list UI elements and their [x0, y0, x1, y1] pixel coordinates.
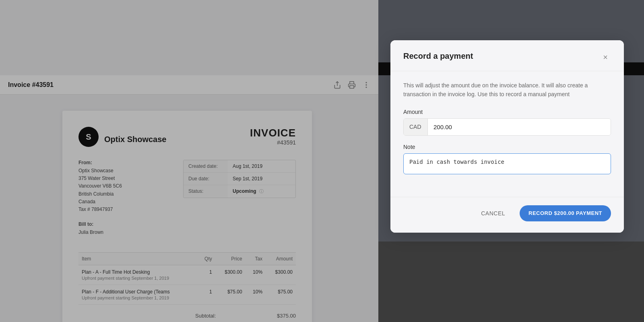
- modal-footer: CANCEL RECORD $200.00 PAYMENT: [390, 197, 624, 233]
- amount-field: CAD: [403, 118, 611, 136]
- note-input[interactable]: [403, 153, 611, 174]
- note-label: Note: [403, 144, 611, 150]
- modal-body: This will adjust the amount due on the i…: [390, 71, 624, 197]
- cancel-button[interactable]: CANCEL: [471, 205, 515, 221]
- modal-title: Record a payment: [403, 52, 473, 61]
- amount-label: Amount: [403, 109, 611, 115]
- record-payment-button[interactable]: RECORD $200.00 PAYMENT: [520, 205, 611, 221]
- modal-description: This will adjust the amount due on the i…: [403, 81, 611, 99]
- amount-input[interactable]: [428, 119, 611, 135]
- close-icon: ×: [603, 53, 608, 62]
- modal-close-button[interactable]: ×: [600, 52, 611, 63]
- note-form-group: Note: [403, 144, 611, 176]
- currency-badge: CAD: [404, 119, 428, 135]
- record-payment-modal: Record a payment × This will adjust the …: [390, 40, 624, 233]
- modal-header: Record a payment ×: [390, 40, 624, 71]
- amount-form-group: Amount CAD: [403, 109, 611, 136]
